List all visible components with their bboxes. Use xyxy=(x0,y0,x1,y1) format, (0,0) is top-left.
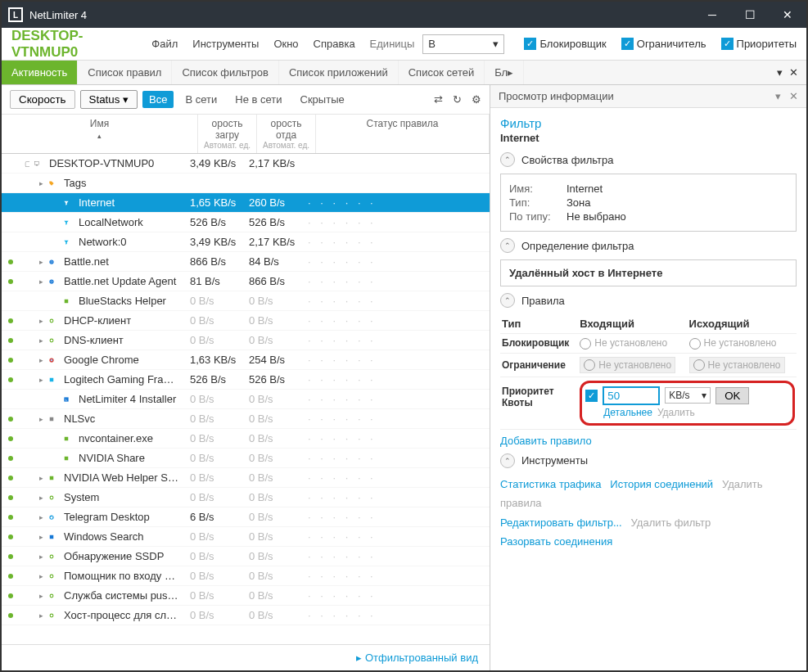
header-name[interactable]: Имя▴ xyxy=(2,115,198,153)
header-upload[interactable]: орость отдаАвтомат. ед. xyxy=(257,115,316,153)
table-row[interactable]: ▸Telegram Desktop6 B/s0 B/s· · · · · · xyxy=(2,507,490,527)
table-row[interactable]: ▸DHCP-клиент0 B/s0 B/s· · · · · · xyxy=(2,311,490,331)
expand-toggle[interactable]: ▸ xyxy=(20,336,44,345)
expand-toggle[interactable]: ▸ xyxy=(20,258,44,266)
speed-button[interactable]: Скорость xyxy=(10,90,75,109)
row-status[interactable]: · · · · · · xyxy=(303,354,490,366)
filter-online[interactable]: В сети xyxy=(178,91,223,108)
maximize-button[interactable]: ☐ xyxy=(731,2,769,28)
expand-toggle[interactable]: ▸ xyxy=(20,611,44,620)
gear-icon[interactable]: ⚙ xyxy=(472,93,481,106)
delete-link[interactable]: Удалить xyxy=(657,407,695,418)
blocker-out[interactable]: Не установлено xyxy=(688,334,797,354)
expand-toggle[interactable]: ▸ xyxy=(20,494,44,502)
table-row[interactable]: LocalNetwork526 B/s526 B/s· · · · · · xyxy=(2,213,490,232)
expand-toggle[interactable]: ▸ xyxy=(20,533,44,541)
tab-activity[interactable]: Активность xyxy=(2,61,78,84)
info-dropdown-icon[interactable]: ▾ xyxy=(775,90,781,102)
table-row[interactable]: ▸Battle.net Update Agent81 B/s866 B/s· ·… xyxy=(2,272,490,291)
row-status[interactable]: · · · · · · xyxy=(303,432,490,444)
limit-in[interactable]: Не установлено xyxy=(578,353,687,377)
row-status[interactable]: · · · · · · xyxy=(303,452,490,464)
conn-history-link[interactable]: История соединений xyxy=(610,478,713,490)
row-status[interactable]: · · · · · · xyxy=(303,471,490,484)
table-row[interactable]: BlueStacks Helper0 B/s0 B/s· · · · · · xyxy=(2,291,490,311)
filtered-view-link[interactable]: ▸ Отфильтрованный вид xyxy=(2,644,490,670)
filter-hidden[interactable]: Скрытые xyxy=(294,91,351,108)
grid-body[interactable]: ▢DESKTOP-VTNMUP03,49 KB/s2,17 KB/s▸TagsI… xyxy=(2,154,490,644)
header-download[interactable]: орость загруАвтомат. ед. xyxy=(198,115,257,153)
table-row[interactable]: NVIDIA Share0 B/s0 B/s· · · · · · xyxy=(2,449,490,468)
row-status[interactable]: · · · · · · xyxy=(303,275,490,287)
ok-button[interactable]: OK xyxy=(715,387,749,404)
row-status[interactable]: · · · · · · xyxy=(303,530,490,543)
table-row[interactable]: ▸Служба системы push-уве,0 B/s0 B/s· · ·… xyxy=(2,586,490,606)
expand-toggle[interactable]: ▸ xyxy=(20,179,44,187)
expand-toggle[interactable]: ▢ xyxy=(20,160,29,168)
table-row[interactable]: ▸Google Chrome1,63 KB/s254 B/s· · · · · … xyxy=(2,350,490,370)
expand-toggle[interactable]: ▸ xyxy=(20,474,44,482)
menu-window[interactable]: Окно xyxy=(269,34,303,53)
status-button[interactable]: Status ▾ xyxy=(80,90,138,109)
tab-more[interactable]: Бл ▸ xyxy=(485,61,524,84)
filter-all[interactable]: Все xyxy=(142,91,174,108)
row-status[interactable]: · · · · · · xyxy=(303,255,490,268)
expand-toggle[interactable]: ▸ xyxy=(20,277,44,286)
priority-checkbox[interactable]: ✓Приоритеты xyxy=(721,38,797,50)
priority-enable-checkbox[interactable]: ✓ xyxy=(585,390,598,402)
table-row[interactable]: ▸Logitech Gaming Framewor526 B/s526 B/s·… xyxy=(2,370,490,390)
filter-offline[interactable]: Не в сети xyxy=(228,91,288,108)
row-status[interactable]: · · · · · · xyxy=(303,216,490,228)
header-status[interactable]: Статус правила xyxy=(316,115,490,153)
limit-out[interactable]: Не установлено xyxy=(688,353,797,377)
table-row[interactable]: ▸Обнаружение SSDP0 B/s0 B/s· · · · · · xyxy=(2,547,490,566)
row-status[interactable]: · · · · · · xyxy=(303,413,490,425)
blocker-in[interactable]: Не установлено xyxy=(578,334,687,354)
table-row[interactable]: Network:03,49 KB/s2,17 KB/s· · · · · · xyxy=(2,232,490,252)
row-status[interactable]: · · · · · · xyxy=(303,334,490,346)
expand-toggle[interactable]: ▸ xyxy=(20,356,44,364)
expand-toggle[interactable]: ▸ xyxy=(20,415,44,423)
expand-toggle[interactable]: ▸ xyxy=(20,592,44,600)
blocker-checkbox[interactable]: ✓Блокировщик xyxy=(524,38,606,50)
table-row[interactable]: ▸Windows Search0 B/s0 B/s· · · · · · xyxy=(2,527,490,547)
table-row[interactable]: ▸NVIDIA Web Helper Service0 B/s0 B/s· · … xyxy=(2,468,490,488)
tab-filters[interactable]: Список фильтров xyxy=(172,61,279,84)
section-tools[interactable]: ⌃Инструменты xyxy=(500,453,797,468)
details-link[interactable]: Детальнее xyxy=(603,407,652,418)
expand-toggle[interactable]: ▸ xyxy=(20,552,44,561)
section-filter-props[interactable]: ⌃Свойства фильтра xyxy=(500,152,797,167)
traffic-stats-link[interactable]: Статистика трафика xyxy=(500,478,601,490)
delete-filter-link[interactable]: Удалить фильтр xyxy=(631,516,711,529)
limiter-checkbox[interactable]: ✓Ограничитель xyxy=(621,38,706,50)
menu-file[interactable]: Файл xyxy=(147,34,183,53)
expand-toggle[interactable]: ▸ xyxy=(20,376,44,384)
row-status[interactable]: · · · · · · xyxy=(303,589,490,602)
table-row[interactable]: ▸NLSvc0 B/s0 B/s· · · · · · xyxy=(2,409,490,429)
row-status[interactable]: · · · · · · xyxy=(303,570,490,582)
menu-help[interactable]: Справка xyxy=(309,34,360,53)
menu-tools[interactable]: Инструменты xyxy=(187,34,264,53)
table-row[interactable]: ▸System0 B/s0 B/s· · · · · · xyxy=(2,488,490,507)
info-close-icon[interactable]: ✕ xyxy=(789,90,798,102)
table-row[interactable]: ▸Хост-процесс для служб W0 B/s0 B/s· · ·… xyxy=(2,606,490,625)
tab-rules[interactable]: Список правил xyxy=(78,61,172,84)
expand-toggle[interactable]: ▸ xyxy=(20,513,44,521)
row-status[interactable]: · · · · · · xyxy=(303,393,490,405)
row-status[interactable]: · · · · · · xyxy=(303,609,490,621)
table-row[interactable]: ▢DESKTOP-VTNMUP03,49 KB/s2,17 KB/s xyxy=(2,154,490,174)
tab-apps[interactable]: Список приложений xyxy=(279,61,399,84)
row-status[interactable]: · · · · · · xyxy=(303,511,490,523)
table-row[interactable]: ▸Tags xyxy=(2,174,490,193)
minimize-button[interactable]: ─ xyxy=(693,2,731,28)
expand-toggle[interactable]: ▸ xyxy=(20,317,44,325)
table-row[interactable]: ▸Помощник по входу в уче0 B/s0 B/s· · · … xyxy=(2,566,490,586)
table-row[interactable]: ▸Battle.net866 B/s84 B/s· · · · · · xyxy=(2,252,490,272)
edit-filter-link[interactable]: Редактировать фильтр... xyxy=(500,516,622,529)
add-rule-link[interactable]: Добавить правило xyxy=(500,435,797,447)
row-status[interactable]: · · · · · · xyxy=(303,491,490,503)
row-status[interactable]: · · · · · · xyxy=(303,314,490,327)
row-status[interactable]: · · · · · · xyxy=(303,550,490,562)
table-row[interactable]: Internet1,65 KB/s260 B/s· · · · · · xyxy=(2,193,490,213)
table-row[interactable]: LNetLimiter 4 Installer0 B/s0 B/s· · · ·… xyxy=(2,390,490,409)
